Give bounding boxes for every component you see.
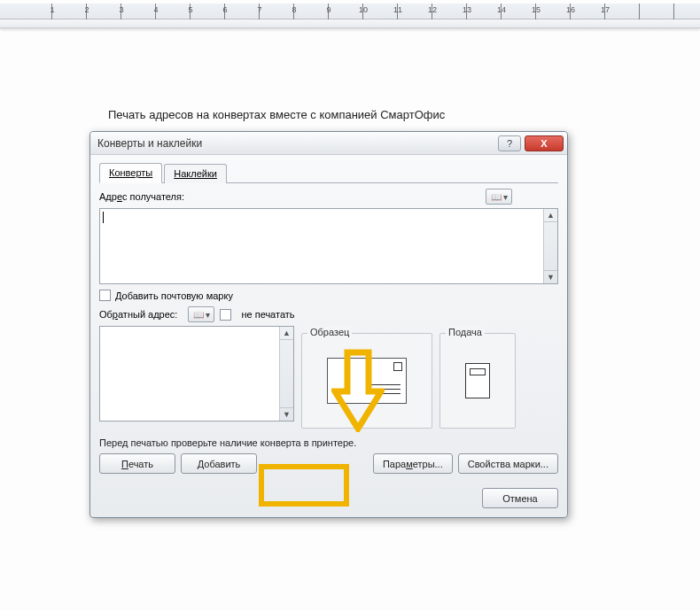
dialog-titlebar[interactable]: Конверты и наклейки ? X [90,132,567,155]
recipient-address-label: Адрес получателя: [99,191,184,202]
sample-title: Образец [307,327,352,337]
stamp-properties-button[interactable]: Свойства марки... [458,453,558,474]
help-button[interactable]: ? [498,135,521,151]
tab-envelopes[interactable]: Конверты [99,163,162,183]
printer-info-text: Перед печатью проверьте наличие конверта… [99,437,558,448]
add-postage-label: Добавить почтовую марку [115,290,233,301]
scroll-up-icon[interactable]: ▲ [544,209,557,222]
address-book-button[interactable]: 📖 [486,189,512,205]
no-print-label: не печатать [241,309,294,320]
feed-box[interactable]: Подача [439,333,516,429]
envelopes-labels-dialog: Конверты и наклейки ? X Конверты Наклейк… [89,131,568,518]
book-icon: 📖 [491,192,502,202]
add-button[interactable]: Добавить [181,453,257,474]
recipient-label-row: Адрес получателя: 📖 [99,189,558,205]
add-postage-checkbox[interactable] [99,290,111,301]
scroll-down-icon[interactable]: ▼ [280,407,293,421]
recipient-scrollbar[interactable]: ▲ ▼ [543,209,557,283]
document-body-text: Печать адресов на конвертах вместе с ком… [108,108,445,121]
feed-title: Подача [446,327,485,337]
book-icon: 📖 [193,310,204,320]
preview-sample-box[interactable]: Образец [301,333,432,429]
scroll-down-icon[interactable]: ▼ [544,270,557,283]
horizontal-ruler: 1234567891011121314151617 [0,4,700,19]
tab-labels[interactable]: Наклейки [164,164,227,183]
envelope-preview-icon [327,358,407,404]
ruler-shadow [0,19,700,28]
ruler-numbers: 1234567891011121314151617 [18,5,700,18]
print-button[interactable]: Печать [99,453,175,474]
return-address-book-button[interactable]: 📖 [188,306,214,322]
cancel-button[interactable]: Отмена [482,488,558,508]
options-button[interactable]: Параметры... [373,453,453,474]
feed-orientation-icon [465,363,490,398]
no-print-checkbox[interactable] [220,309,231,321]
return-scrollbar[interactable]: ▲ ▼ [279,327,293,421]
dialog-tabs: Конверты Наклейки [99,162,558,183]
scroll-up-icon[interactable]: ▲ [280,327,293,340]
return-address-label: Обратный адрес: [99,309,177,320]
return-address-input[interactable]: ▲ ▼ [99,326,294,422]
dialog-title: Конверты и наклейки [97,137,494,150]
close-button[interactable]: X [525,135,564,151]
recipient-address-input[interactable]: ▲ ▼ [99,208,558,284]
